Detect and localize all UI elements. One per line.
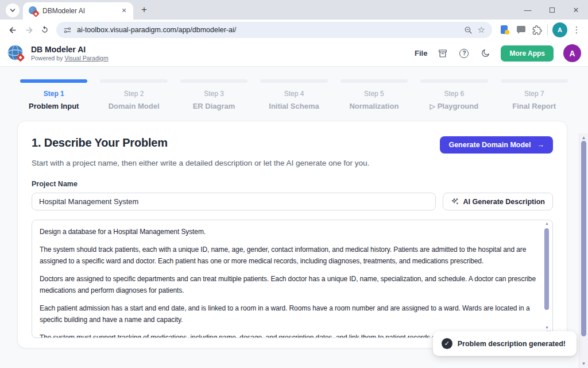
ai-generate-description-button[interactable]: AI Generate Description bbox=[443, 193, 553, 210]
powered-by: Powered by Visual Paradigm bbox=[31, 55, 109, 62]
stepper-step-3[interactable]: Step 3 ER Diagram bbox=[180, 79, 247, 110]
stepper-step-1[interactable]: Step 1 Problem Input bbox=[20, 79, 87, 110]
app-brand: DB Modeler AI Powered by Visual Paradigm bbox=[7, 44, 109, 63]
help-icon[interactable]: ? bbox=[458, 48, 470, 59]
window-minimize-icon[interactable]: — bbox=[516, 0, 540, 20]
reload-button[interactable] bbox=[37, 22, 53, 38]
back-arrow-icon bbox=[8, 25, 18, 35]
app-title: DB Modeler AI bbox=[31, 45, 109, 54]
app-logo bbox=[7, 44, 26, 63]
app-header: DB Modeler AI Powered by Visual Paradigm… bbox=[0, 40, 588, 67]
toolbar-divider bbox=[547, 25, 548, 35]
step-progress-bar bbox=[260, 79, 327, 83]
forward-arrow-icon bbox=[24, 25, 34, 35]
reload-icon bbox=[40, 25, 49, 34]
tab-search-button[interactable] bbox=[6, 3, 20, 17]
generate-domain-model-button[interactable]: Generate Domain Model → bbox=[440, 136, 553, 154]
step-number: Step 1 bbox=[20, 90, 87, 98]
step-label: Problem Input bbox=[20, 102, 87, 110]
textarea-scrollbar-thumb[interactable] bbox=[544, 228, 549, 310]
step-number: Step 7 bbox=[501, 90, 568, 98]
step-label: ER Diagram bbox=[180, 102, 247, 110]
window-close-icon[interactable]: ✕ bbox=[564, 0, 588, 20]
tab-favicon bbox=[29, 6, 38, 16]
problem-input-card: 1. Describe Your Problem Generate Domain… bbox=[17, 121, 567, 348]
stepper-step-2[interactable]: Step 2 Domain Model bbox=[100, 79, 167, 110]
browser-toolbar: ai-toolbox.visual-paradigm.com/app/dbmod… bbox=[0, 20, 588, 40]
step-number: Step 6 bbox=[420, 90, 488, 98]
feedback-bubble-icon[interactable] bbox=[513, 22, 529, 38]
user-avatar[interactable]: A bbox=[563, 44, 581, 62]
step-label: Domain Model bbox=[100, 102, 167, 110]
card-subtitle: Start with a project name, then either w… bbox=[32, 159, 553, 167]
play-icon: ▷ bbox=[430, 102, 435, 110]
step-progress-bar bbox=[20, 79, 87, 83]
browser-profile-avatar[interactable]: A bbox=[552, 22, 567, 37]
scroll-up-icon[interactable]: ▲ bbox=[579, 135, 588, 140]
save-archive-icon[interactable] bbox=[437, 48, 448, 59]
step-label: Initial Schema bbox=[260, 102, 327, 110]
cta-label: Generate Domain Model bbox=[448, 141, 531, 149]
sparkles-icon bbox=[451, 197, 459, 206]
scroll-up-icon[interactable]: ▲ bbox=[543, 221, 551, 225]
window-maximize-icon[interactable] bbox=[540, 0, 564, 20]
url-bar[interactable]: ai-toolbox.visual-paradigm.com/app/dbmod… bbox=[56, 22, 492, 38]
textarea-scrollbar[interactable]: ▲ ▼ bbox=[543, 221, 551, 336]
window-controls: — ✕ bbox=[516, 0, 588, 20]
page-scrollbar-thumb[interactable] bbox=[581, 141, 586, 336]
problem-description-textarea[interactable]: Design a database for a Hospital Managem… bbox=[32, 220, 553, 338]
card-title: 1. Describe Your Problem bbox=[32, 136, 168, 150]
project-name-label: Project Name bbox=[32, 180, 553, 188]
back-button[interactable] bbox=[5, 22, 21, 38]
step-progress-bar bbox=[501, 79, 568, 83]
stepper-step-7[interactable]: Step 7 Final Report bbox=[501, 79, 568, 110]
scroll-down-icon[interactable]: ▼ bbox=[579, 361, 588, 366]
arrow-right-icon: → bbox=[537, 141, 545, 149]
stepper-step-6[interactable]: Step 6 ▷Playground bbox=[420, 79, 488, 110]
check-circle-icon: ✓ bbox=[442, 338, 452, 349]
stepper-step-4[interactable]: Step 4 Initial Schema bbox=[260, 79, 327, 110]
browser-tab[interactable]: DBModeler AI × bbox=[23, 2, 133, 20]
forward-button[interactable] bbox=[21, 22, 37, 38]
more-apps-button[interactable]: More Apps bbox=[501, 45, 554, 62]
zoom-icon[interactable] bbox=[464, 26, 473, 34]
stepper-step-5[interactable]: Step 5 Normalization bbox=[341, 79, 408, 110]
toast-notification: ✓ Problem description generated! bbox=[433, 331, 577, 356]
page-scrollbar[interactable]: ▲ ▼ bbox=[579, 133, 588, 368]
dark-mode-moon-icon[interactable] bbox=[479, 48, 491, 59]
url-text: ai-toolbox.visual-paradigm.com/app/dbmod… bbox=[77, 26, 459, 34]
step-progress-bar bbox=[341, 79, 408, 83]
browser-menu-icon[interactable]: ⋮ bbox=[570, 25, 583, 35]
step-label: Final Report bbox=[501, 102, 568, 110]
stepper: Step 1 Problem Input Step 2 Domain Model… bbox=[0, 67, 588, 110]
visual-paradigm-link[interactable]: Visual Paradigm bbox=[64, 55, 108, 62]
step-label: ▷Playground bbox=[420, 102, 488, 110]
powered-by-prefix: Powered by bbox=[31, 55, 64, 62]
scroll-down-icon[interactable]: ▼ bbox=[543, 325, 551, 329]
bookmark-star-icon[interactable]: ☆ bbox=[478, 25, 485, 35]
toast-message: Problem description generated! bbox=[458, 340, 566, 348]
ai-button-label: AI Generate Description bbox=[463, 198, 545, 206]
step-number: Step 3 bbox=[180, 90, 247, 98]
description-paragraph: Design a database for a Hospital Managem… bbox=[40, 227, 536, 237]
site-settings-icon bbox=[63, 26, 72, 34]
chevron-down-icon bbox=[9, 7, 16, 14]
description-paragraph: Each patient admission has a start and e… bbox=[40, 303, 536, 325]
description-paragraph: Doctors are assigned to specific departm… bbox=[40, 274, 536, 296]
description-paragraph: The system should track patients, each w… bbox=[40, 244, 536, 267]
step-label: Normalization bbox=[341, 102, 408, 110]
extensions-puzzle-icon[interactable] bbox=[529, 22, 545, 38]
step-progress-bar bbox=[180, 79, 247, 83]
file-menu[interactable]: File bbox=[415, 49, 427, 57]
step-label-text: Playground bbox=[438, 102, 479, 110]
tab-close-icon[interactable]: × bbox=[119, 6, 129, 16]
project-name-input[interactable] bbox=[32, 193, 436, 210]
tab-title: DBModeler AI bbox=[42, 7, 115, 15]
browser-tab-strip: DBModeler AI × + — ✕ bbox=[0, 0, 588, 20]
step-progress-bar bbox=[420, 79, 488, 83]
step-number: Step 2 bbox=[100, 90, 167, 98]
extension-doc-icon[interactable] bbox=[497, 22, 513, 38]
new-tab-button[interactable]: + bbox=[137, 2, 152, 17]
step-progress-bar bbox=[100, 79, 167, 83]
step-number: Step 4 bbox=[260, 90, 327, 98]
